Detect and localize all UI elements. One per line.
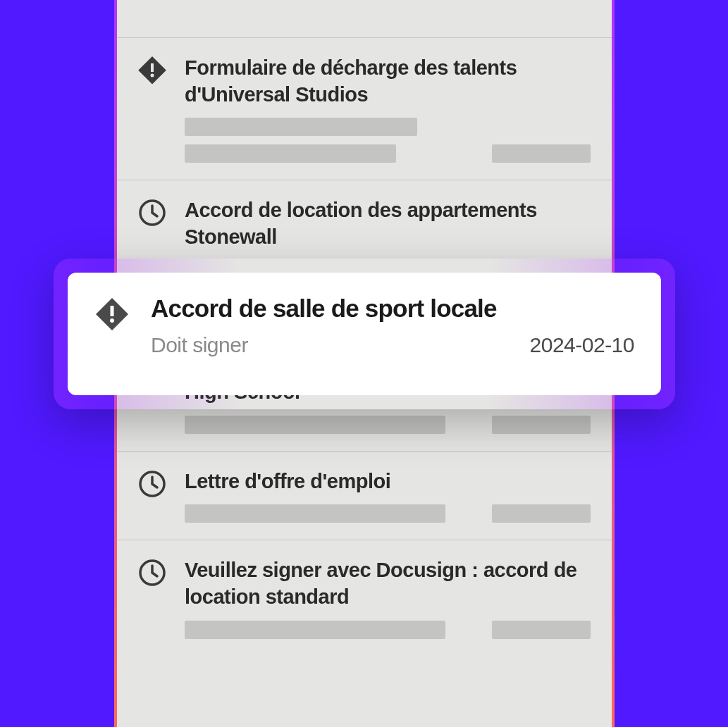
skeleton-row bbox=[185, 144, 591, 163]
clock-icon bbox=[138, 199, 166, 227]
item-icon-col bbox=[138, 468, 169, 523]
item-title: Lettre d'offre d'emploi bbox=[185, 468, 591, 495]
item-content: Formulaire de décharge des talents d'Uni… bbox=[185, 55, 591, 163]
list-item[interactable]: Formulaire de décharge des talents d'Uni… bbox=[117, 38, 612, 180]
item-title: Veuillez signer avec Docusign : accord d… bbox=[185, 557, 591, 610]
item-icon-col bbox=[138, 0, 169, 16]
featured-date: 2024-02-10 bbox=[530, 333, 634, 357]
list-item[interactable] bbox=[117, 0, 612, 38]
item-content: Veuillez signer avec Docusign : accord d… bbox=[185, 557, 591, 638]
svg-point-8 bbox=[110, 318, 114, 323]
featured-title: Accord de salle de sport locale bbox=[151, 294, 634, 323]
svg-point-2 bbox=[151, 74, 154, 77]
skeleton-chip bbox=[492, 416, 591, 434]
item-title: Accord de location des appartements Ston… bbox=[185, 197, 591, 250]
item-content bbox=[185, 0, 591, 16]
clock-icon bbox=[138, 470, 166, 498]
skeleton-chip bbox=[492, 144, 591, 163]
skeleton-line bbox=[185, 144, 396, 163]
skeleton-line bbox=[185, 118, 417, 136]
skeleton-line bbox=[185, 504, 445, 523]
featured-status: Doit signer bbox=[151, 333, 248, 357]
featured-document-card[interactable]: Accord de salle de sport locale Doit sig… bbox=[54, 259, 675, 409]
skeleton-chip bbox=[492, 504, 591, 523]
item-title: Formulaire de décharge des talents d'Uni… bbox=[185, 55, 591, 108]
featured-meta: Doit signer 2024-02-10 bbox=[151, 333, 634, 357]
skeleton-row bbox=[185, 621, 591, 639]
list-item[interactable]: Veuillez signer avec Docusign : accord d… bbox=[117, 540, 612, 655]
skeleton-line bbox=[185, 621, 445, 639]
featured-icon-col bbox=[94, 294, 131, 374]
svg-rect-7 bbox=[111, 306, 114, 316]
skeleton-chip bbox=[492, 621, 591, 639]
alert-diamond-icon bbox=[138, 56, 166, 85]
item-content: Lettre d'offre d'emploi bbox=[185, 468, 591, 523]
list-item[interactable]: Lettre d'offre d'emploi bbox=[117, 452, 612, 541]
alert-diamond-icon bbox=[94, 297, 130, 332]
skeleton-line bbox=[185, 416, 445, 434]
item-icon-col bbox=[138, 55, 169, 163]
clock-icon bbox=[138, 559, 166, 587]
featured-card-inner: Accord de salle de sport locale Doit sig… bbox=[68, 273, 661, 395]
skeleton-row bbox=[185, 504, 591, 523]
svg-rect-1 bbox=[151, 63, 154, 72]
featured-content: Accord de salle de sport locale Doit sig… bbox=[151, 294, 634, 374]
skeleton-row bbox=[185, 416, 591, 434]
item-icon-col bbox=[138, 557, 169, 638]
